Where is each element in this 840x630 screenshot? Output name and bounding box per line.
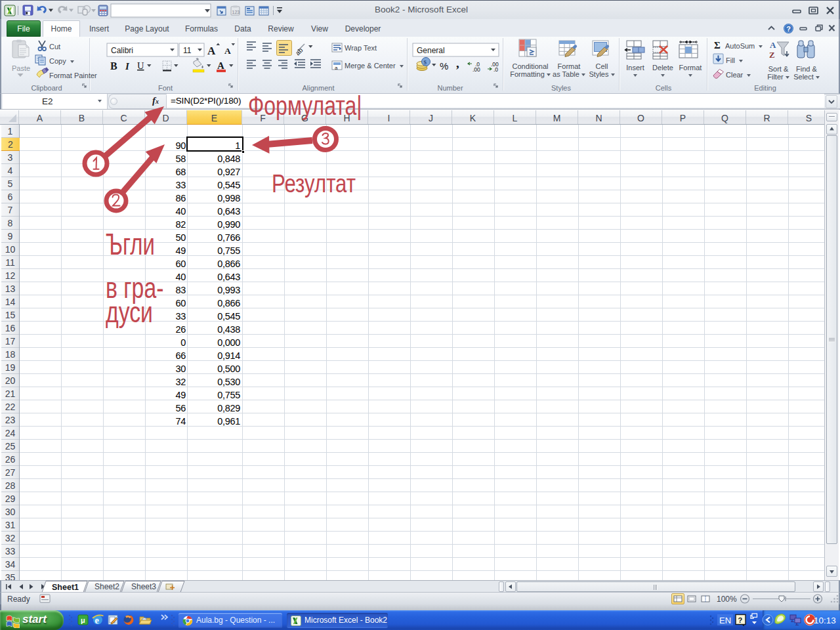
svg-text:Sheet3: Sheet3 <box>131 582 156 591</box>
svg-text:.00: .00 <box>472 66 480 73</box>
svg-text:I: I <box>125 61 130 72</box>
svg-text:.0: .0 <box>494 66 498 73</box>
svg-text:10:13: 10:13 <box>814 616 836 625</box>
svg-text:Sheet2: Sheet2 <box>94 582 119 591</box>
svg-text:?: ? <box>738 616 743 624</box>
svg-text:μ: μ <box>81 616 85 624</box>
svg-text:B: B <box>110 60 117 72</box>
svg-text:A: A <box>207 45 216 57</box>
svg-text:U: U <box>137 60 144 71</box>
svg-text:?: ? <box>786 25 791 33</box>
svg-text:,: , <box>456 56 459 70</box>
svg-text:A: A <box>770 40 776 50</box>
svg-text:ab: ab <box>294 46 304 56</box>
svg-text:A: A <box>217 60 224 71</box>
svg-text:Z: Z <box>769 50 775 60</box>
svg-text:123: 123 <box>232 10 240 14</box>
svg-text:$: $ <box>424 59 427 66</box>
svg-text:%: % <box>440 60 448 72</box>
svg-text:EN: EN <box>719 616 731 625</box>
svg-text:Sheet1: Sheet1 <box>52 583 79 592</box>
svg-text:Σ: Σ <box>714 40 721 51</box>
svg-text:a: a <box>335 65 338 71</box>
svg-text:A: A <box>224 46 231 56</box>
